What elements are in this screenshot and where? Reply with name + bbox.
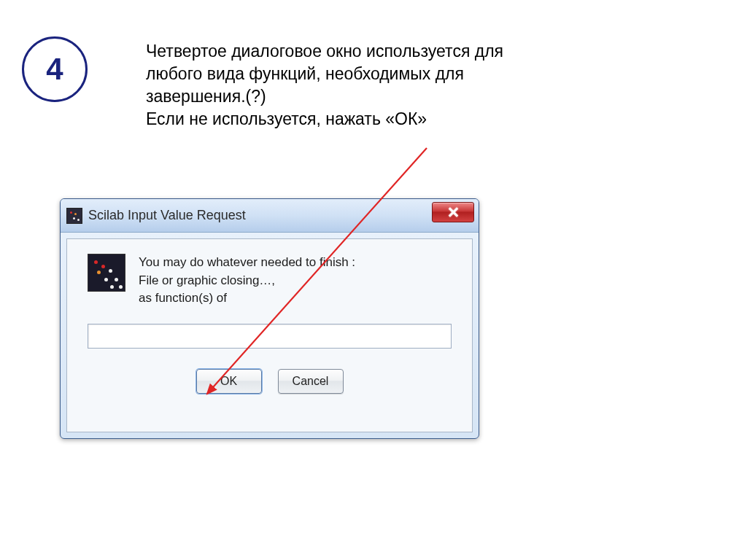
dialog-body: You may do whatever needed to finish : F… bbox=[66, 238, 473, 432]
button-row: OK Cancel bbox=[88, 369, 452, 394]
description-line: Четвертое диалоговое окно используется д… bbox=[146, 40, 525, 63]
close-button[interactable] bbox=[432, 202, 474, 222]
description-line: любого вида функций, необходимых для bbox=[146, 63, 525, 85]
step-description: Четвертое диалоговое окно используется д… bbox=[146, 40, 525, 131]
ok-button[interactable]: OK bbox=[196, 369, 262, 394]
message-line: as function(s) of bbox=[139, 289, 355, 308]
titlebar[interactable]: Scilab Input Value Request bbox=[61, 199, 479, 233]
scilab-icon bbox=[66, 208, 82, 224]
message-line: You may do whatever needed to finish : bbox=[139, 254, 355, 272]
description-line: Если не используется, нажать «ОК» bbox=[146, 108, 525, 131]
message-line: File or graphic closing…, bbox=[139, 272, 355, 290]
step-number: 4 bbox=[46, 52, 63, 87]
dialog-message: You may do whatever needed to finish : F… bbox=[139, 254, 355, 308]
description-line: завершения.(?) bbox=[146, 85, 525, 108]
step-number-badge: 4 bbox=[22, 36, 88, 102]
close-icon bbox=[448, 207, 458, 217]
scilab-icon bbox=[88, 254, 125, 292]
dialog-window: Scilab Input Value Request You may do wh… bbox=[60, 198, 479, 439]
cancel-button[interactable]: Cancel bbox=[278, 369, 344, 394]
value-input[interactable] bbox=[88, 324, 452, 349]
dialog-title: Scilab Input Value Request bbox=[88, 208, 246, 223]
